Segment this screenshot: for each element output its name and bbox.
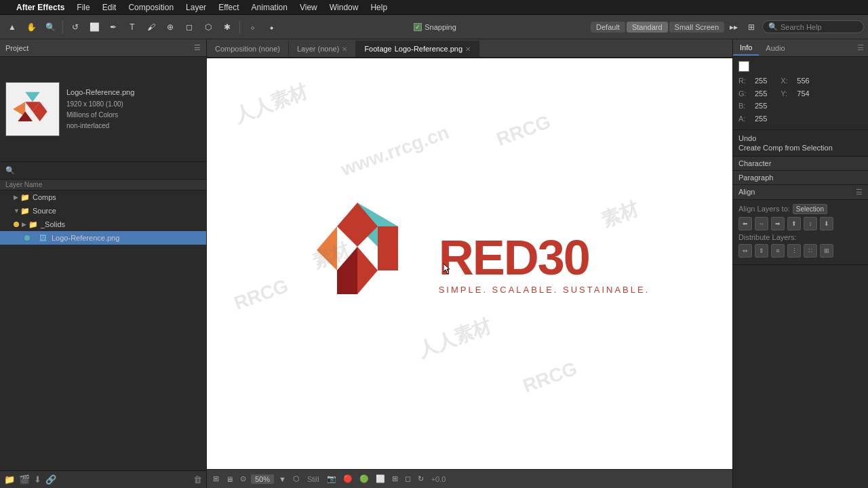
project-panel-title: Project (5, 44, 28, 52)
viewer-grid-btn[interactable]: ⊞ (390, 474, 400, 483)
tab-composition[interactable]: Composition (none) (207, 41, 289, 57)
import-btn[interactable]: ⬇ (34, 474, 41, 485)
align-center-h-btn[interactable]: ↔ (755, 217, 768, 230)
tool-rect[interactable]: ⬜ (86, 19, 102, 35)
workspace-grid[interactable]: ⊞ (743, 19, 760, 35)
menu-composition[interactable]: Composition (123, 1, 179, 14)
align-selection-dropdown[interactable]: Selection (793, 204, 827, 214)
tree-label-source: Source (33, 207, 56, 215)
tool-eraser[interactable]: ◻ (181, 19, 197, 35)
tool-rotate[interactable]: ↺ (67, 19, 83, 35)
character-section-title[interactable]: Character (733, 157, 868, 171)
tool-extra1[interactable]: ⬦ (244, 19, 260, 35)
project-panel-menu[interactable]: ☰ (194, 43, 201, 52)
delete-btn[interactable]: 🗑 (193, 474, 202, 485)
search-help-box[interactable]: 🔍 Search Help (762, 20, 864, 33)
distribute-v3-btn[interactable]: ⋮ (787, 244, 801, 258)
align-bottom-btn[interactable]: ⬇ (820, 217, 833, 230)
project-search-input[interactable] (18, 167, 201, 175)
tool-zoom[interactable]: 🔍 (42, 19, 58, 35)
right-panel-menu[interactable]: ☰ (853, 43, 868, 52)
viewer-fit-btn[interactable]: ⬡ (291, 474, 302, 483)
menu-effect[interactable]: Effect (213, 1, 244, 14)
folder-icon-comps: 📁 (20, 193, 30, 202)
tool-brush[interactable]: 🖌 (143, 19, 159, 35)
viewer-color1-btn[interactable]: 🔴 (341, 474, 355, 483)
align-center-v-btn[interactable]: ↕ (804, 217, 817, 230)
viewer-color2-btn[interactable]: 🟢 (357, 474, 371, 483)
align-left-btn[interactable]: ⬅ (738, 217, 752, 230)
menu-edit[interactable]: Edit (97, 1, 122, 14)
viewer-mask-btn[interactable]: ◻ (403, 474, 413, 483)
new-comp-btn[interactable]: 🎬 (19, 474, 30, 485)
align-label: Align (738, 188, 755, 196)
tree-item-source[interactable]: ▼ 📁 Source (0, 204, 206, 218)
workspace-more[interactable]: ▸▸ (726, 19, 742, 35)
align-section-title[interactable]: Align ☰ (733, 185, 868, 200)
right-panel-tabs: Info Audio ☰ (733, 39, 868, 57)
create-comp-label[interactable]: Create Comp from Selection (738, 144, 863, 152)
distribute-v5-btn[interactable]: ⊞ (820, 244, 833, 258)
right-tab-audio[interactable]: Audio (759, 41, 791, 55)
right-tab-info[interactable]: Info (733, 41, 759, 56)
workspace-small-screen[interactable]: Small Screen (669, 22, 724, 33)
distribute-v4-btn[interactable]: ∷ (804, 244, 817, 258)
project-panel-footer: 📁 🎬 ⬇ 🔗 🗑 (0, 470, 206, 488)
distribute-buttons-row: ⇔ ⇕ ≡ ⋮ ∷ ⊞ (738, 244, 863, 258)
search-help-label: Search Help (781, 23, 822, 31)
color-preview (738, 61, 749, 72)
tree-item-comps[interactable]: ▶ 📁 Comps (0, 190, 206, 204)
tool-roto[interactable]: ⬡ (200, 19, 216, 35)
workspace-default[interactable]: Default (591, 22, 625, 33)
tab-footage[interactable]: Footage Logo-Reference.png ✕ (356, 41, 479, 57)
paragraph-section-title[interactable]: Paragraph (733, 171, 868, 185)
tab-layer[interactable]: Layer (none) ✕ (289, 41, 356, 57)
viewer-rect2-btn[interactable]: ⬜ (374, 474, 387, 483)
tool-hand[interactable]: ✋ (23, 19, 39, 35)
snapping-checkbox[interactable]: ✓ (414, 23, 422, 31)
viewer-alpha-btn[interactable]: ⊙ (238, 474, 248, 483)
tool-extra2[interactable]: ⬥ (263, 19, 279, 35)
tool-text[interactable]: T (124, 19, 140, 35)
tree-label-solids: _Solids (41, 220, 65, 228)
dependencies-btn[interactable]: 🔗 (45, 474, 56, 485)
tab-footage-close[interactable]: ✕ (465, 45, 471, 53)
tree-item-logo[interactable]: ▶ 🖼 Logo-Reference.png (0, 231, 206, 245)
viewer-monitor-btn[interactable]: 🖥 (224, 475, 235, 483)
workspace-standard[interactable]: Standard (627, 22, 668, 33)
viewer-refresh-btn[interactable]: ↻ (416, 474, 426, 483)
undo-label[interactable]: Undo (738, 134, 863, 142)
tool-pen[interactable]: ✒ (105, 19, 121, 35)
menu-window[interactable]: Window (324, 1, 364, 14)
menu-view[interactable]: View (294, 1, 323, 14)
tree-item-solids[interactable]: ▶ 📁 _Solids (0, 218, 206, 231)
distribute-v1-btn[interactable]: ⇕ (755, 244, 768, 258)
distribute-h-btn[interactable]: ⇔ (738, 244, 752, 258)
menu-layer[interactable]: Layer (180, 1, 212, 14)
viewer-canvas[interactable]: 人人素材 RRCG 素材 RRCG 人人素材 www.rrcg.cn RRCG … (207, 58, 732, 469)
tab-layer-close[interactable]: ✕ (342, 45, 347, 53)
tab-composition-label: Composition (none) (215, 45, 280, 53)
viewer-region-btn[interactable]: ⊞ (211, 474, 221, 483)
tool-clone[interactable]: ⊕ (162, 19, 178, 35)
menu-animation[interactable]: Animation (246, 1, 293, 14)
menu-help[interactable]: Help (365, 1, 393, 14)
project-search-icon: 🔍 (5, 166, 15, 175)
distribute-v2-btn[interactable]: ≡ (771, 244, 785, 258)
menu-file[interactable]: File (71, 1, 95, 14)
tool-select[interactable]: ▲ (4, 19, 20, 35)
zoom-level[interactable]: 50% (251, 474, 274, 484)
tab-layer-label: Layer (none) (297, 45, 339, 53)
new-folder-btn[interactable]: 📁 (4, 474, 15, 485)
align-menu-icon[interactable]: ☰ (856, 188, 863, 197)
thumbnail-image (5, 82, 60, 136)
viewer-camera-btn[interactable]: 📷 (325, 474, 338, 483)
zoom-dropdown[interactable]: ▼ (277, 475, 288, 483)
tool-puppet[interactable]: ✱ (219, 19, 235, 35)
menu-after-effects[interactable]: After Effects (11, 1, 70, 14)
align-right-btn[interactable]: ➡ (771, 217, 785, 230)
wm-7: RRCG (520, 357, 580, 396)
distribute-layers-label: Distribute Layers: (738, 233, 797, 241)
align-top-btn[interactable]: ⬆ (787, 217, 801, 230)
tab-footage-filename: Logo-Reference.png (395, 45, 462, 53)
